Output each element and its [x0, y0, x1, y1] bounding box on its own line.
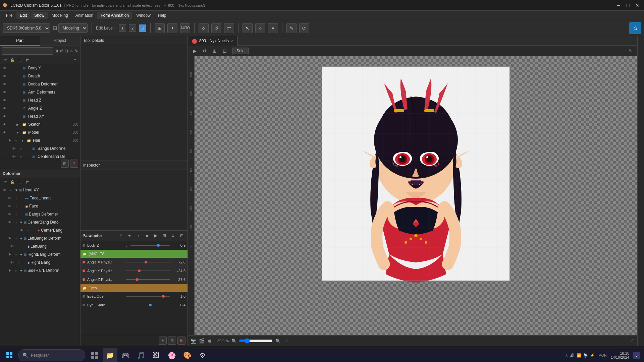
grid-canvas-icon[interactable]: ⊟ [221, 47, 229, 55]
wifi-icon[interactable]: 📡 [583, 353, 588, 358]
param-angle-z[interactable]: Angle Z Physi.: -27.6 [80, 275, 187, 284]
solo-button[interactable]: Solo [232, 48, 249, 54]
deformer-leftbanger[interactable]: 👁 ○ ▼ ⊞ LeftBanger Deform [5, 234, 80, 242]
select-tool-btn[interactable]: ⊹ [199, 23, 209, 33]
eye-icon[interactable]: 👁 [7, 138, 12, 143]
expand-icon-def[interactable]: ⊞ [17, 179, 23, 185]
add-param-icon[interactable]: + [159, 337, 167, 345]
taskbar-icon-app2[interactable]: 🖼 [149, 348, 164, 362]
sync-icon-header[interactable]: ⇄ [24, 57, 30, 63]
eye-icon[interactable]: 👁 [7, 212, 12, 217]
canvas-tab-main[interactable]: ⬤ 800 - Nyx Noctis ✕ [188, 36, 238, 46]
play-icon[interactable]: ▶ [191, 47, 199, 55]
deformer-centerbang[interactable]: 👁 ○ ✦ CenterBang [9, 226, 80, 234]
part-grid-icon[interactable]: ⊟ [64, 48, 68, 54]
param-slider[interactable] [130, 243, 170, 248]
param-slider[interactable] [126, 268, 170, 273]
battery-icon[interactable]: ⚡ [590, 353, 595, 358]
param-star-icon[interactable]: ★ [143, 232, 151, 239]
param-angle-y[interactable]: Angle Y Physi.: -24.6 [80, 266, 187, 275]
eye-icon[interactable]: 👁 [2, 114, 7, 119]
maximize-button[interactable]: □ [624, 1, 632, 9]
zoom-out-icon[interactable]: 🔍 [231, 339, 236, 343]
delete-param-icon[interactable]: 🗑 [177, 337, 185, 345]
eye-icon[interactable]: 👁 [2, 65, 7, 71]
edit-level-2[interactable]: 2 [129, 24, 136, 32]
param-thumb[interactable] [149, 304, 152, 306]
zoom-in-icon[interactable]: 🔍 [275, 339, 280, 343]
part-edit-icon[interactable]: ✎ [74, 48, 78, 54]
rotate-btn[interactable]: ↺ [211, 23, 221, 33]
language-indicator[interactable]: POR [599, 353, 607, 357]
part-refresh-icon[interactable]: ↺ [59, 48, 63, 54]
taskbar-search[interactable]: 🔍 Pesquisar [18, 349, 85, 361]
mode-dropdown[interactable]: Modeling [58, 23, 88, 33]
param-thumb[interactable] [136, 278, 139, 281]
taskbar-icon-app4[interactable]: 🎨 [180, 348, 195, 362]
part-item-sketch[interactable]: 👁 ○ ▶ 📁 Sketch 500 [0, 120, 80, 128]
param-copy-icon[interactable]: ⊟ [178, 232, 185, 239]
eye-icon-def[interactable]: 👁 [2, 179, 8, 185]
auto-btn[interactable]: AUTO [180, 23, 190, 33]
deformer-right-bang[interactable]: 👁 ○ ◖ Right Bang [0, 258, 80, 266]
eye-icon[interactable]: 👁 [7, 203, 12, 209]
part-item-hair[interactable]: 👁 ○ ▼ 📁 Hair 500 [0, 136, 80, 144]
param-check-icon[interactable]: ✓ [117, 232, 124, 239]
tab-part[interactable]: Part [0, 36, 40, 46]
param-thumb[interactable] [138, 269, 141, 272]
taskbar-icon-app3[interactable]: 🌸 [164, 348, 179, 362]
zoom-reset-icon[interactable]: ⊙ [284, 339, 288, 343]
eye-icon[interactable]: 👁 [7, 236, 12, 241]
panel-icon[interactable]: ⊞ [631, 339, 635, 343]
canvas-settings-icon[interactable]: ✎ [627, 47, 635, 55]
param-thumb[interactable] [157, 244, 160, 247]
param-thumb[interactable] [145, 261, 147, 263]
eye-icon[interactable]: 👁 [7, 220, 12, 225]
eye-icon[interactable]: 👁 [7, 195, 12, 201]
eye-icon[interactable]: 👁 [11, 154, 17, 158]
edit-level-1[interactable]: 1 [119, 24, 126, 32]
part-item-body-y[interactable]: 👁 ○ ⊞ Body Y [0, 64, 80, 72]
part-item-head-xy[interactable]: 👁 ○ ⊞ Head XY [0, 112, 80, 120]
pen-tool-btn[interactable]: ✎ [286, 23, 297, 33]
eye-icon[interactable]: 👁 [9, 260, 15, 265]
param-thumb[interactable] [162, 295, 165, 298]
eye-icon[interactable]: 👁 [19, 228, 24, 233]
record-icon[interactable]: ⏺ [207, 338, 212, 344]
deformer-face[interactable]: 👁 ○ ◉ Face [5, 202, 80, 210]
taskbar-icon-explorer[interactable] [87, 348, 102, 362]
tab-close-btn[interactable]: ✕ [231, 39, 233, 43]
screenshot-icon[interactable]: 🎬 [199, 338, 205, 344]
menu-window[interactable]: Window [133, 12, 154, 19]
mirror-btn[interactable]: ⇄ [224, 23, 234, 33]
param-slider[interactable] [126, 303, 170, 307]
eye-icon[interactable]: 👁 [9, 244, 15, 249]
refresh-icon[interactable]: ↺ [201, 47, 209, 55]
eye-icon[interactable]: 👁 [7, 252, 12, 257]
camera-icon[interactable]: 📷 [191, 338, 196, 344]
brush-btn[interactable]: ✦ [268, 23, 278, 33]
part-item-head-z[interactable]: 👁 ○ ⊞ Head Z [0, 96, 80, 104]
part-item-arm[interactable]: 👁 ○ ⊞ Arm Deformers [0, 88, 80, 96]
eye-icon-header[interactable]: 👁 [2, 57, 8, 63]
eye-icon[interactable]: 👁 [2, 122, 7, 127]
part-item-center-bang-de[interactable]: 👁 ○ ⊞ CenterBang De [0, 153, 80, 158]
deformer-sidehair[interactable]: 👁 ○ ▼ ⊞ SideHairL Deform [5, 266, 80, 275]
copy-part-icon[interactable]: ⊞ [61, 160, 69, 168]
chevron-icon[interactable]: ∧ [565, 353, 568, 358]
grid-icon-btn[interactable]: ⊞ [155, 23, 165, 33]
taskbar-icon-app5[interactable]: ⚙ [195, 348, 210, 362]
menu-file[interactable]: File [3, 12, 16, 19]
part-search-input[interactable] [2, 47, 53, 55]
param-slider[interactable] [126, 277, 170, 282]
deformer-facelineart[interactable]: 👁 ○ — FaceLineart [5, 194, 80, 202]
param-eyel-smile[interactable]: EyeL Smile 0.4 [80, 301, 187, 309]
param-grid-icon[interactable]: ⊞ [161, 232, 168, 239]
deformer-head-xy[interactable]: 👁 ○ ▼ ⊞ Head XY [0, 186, 80, 194]
mesh-edit-btn[interactable]: ✦ [167, 23, 177, 33]
home-button[interactable]: ⌂ [629, 22, 641, 34]
lock-icon-def[interactable]: 🔒 [9, 179, 15, 185]
canvas-viewport[interactable]: 900 800 700 600 500 400 300 200 100 0 [188, 56, 637, 335]
eye-icon[interactable]: 👁 [2, 89, 7, 95]
eye-icon[interactable]: 👁 [2, 106, 7, 111]
